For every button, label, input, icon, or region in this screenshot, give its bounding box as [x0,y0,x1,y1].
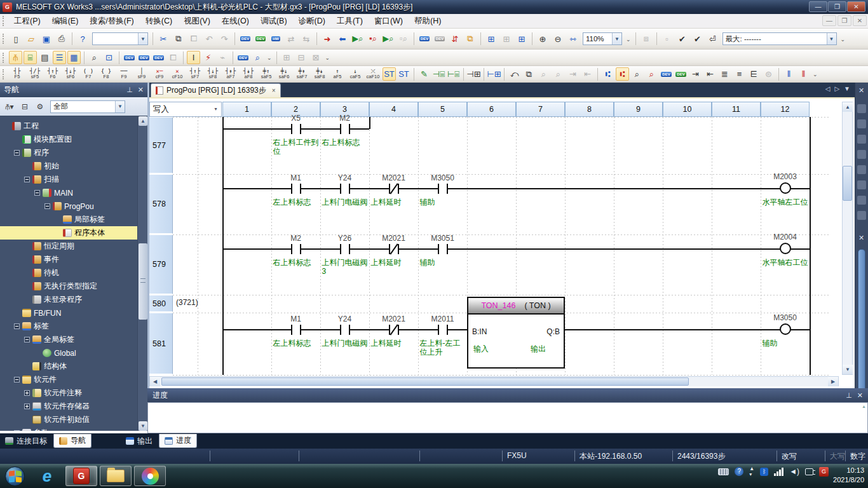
contact-M3051[interactable] [438,244,439,254]
menu-item-9[interactable]: 窗口(W) [369,14,409,29]
findr2-icon[interactable]: ⌕ [552,67,565,81]
sidebar-item-扫描[interactable]: 扫描 [0,173,137,186]
findr1-icon[interactable]: ⌕ [537,67,550,81]
rung-number-581[interactable]: 581 [149,313,173,374]
tab-next-icon[interactable]: ▷ [834,85,839,92]
contact-Y24[interactable] [349,325,350,335]
lightning-icon[interactable]: ⌁ [216,51,229,64]
ladder-symbol-sF9-button[interactable]: │sF9 [133,67,150,81]
expand-icon[interactable] [24,390,30,396]
del-row-icon[interactable]: ⇤ [581,67,594,81]
devbox2-icon[interactable]: ⊢⊞ [487,67,501,81]
pair1-icon[interactable]: ⫴ [782,67,796,81]
ins-row-icon[interactable]: ⇥ [566,67,580,81]
menu-item-3[interactable]: 转换(C) [140,14,178,29]
contact-M2011[interactable] [438,325,439,335]
ladder-symbol-saF5-button[interactable]: ╪↑saF5 [258,67,275,81]
coil-M2003[interactable] [780,182,791,194]
mdi-minimize-button[interactable]: — [822,15,836,26]
new-project-icon[interactable]: ▯ [9,32,23,46]
edit-green-icon[interactable]: ✎ [417,67,431,81]
contact-M2011[interactable] [447,325,448,335]
collapse-icon[interactable] [34,190,40,196]
coil-M3050[interactable] [780,323,791,335]
sidebar-item-待机[interactable]: 待机 [0,266,137,280]
devq2-icon[interactable]: DEV [674,67,688,81]
dock-tab-进度[interactable]: 进度 [159,434,197,448]
collapse-icon[interactable] [14,377,20,383]
window-gray-icon[interactable]: ⧠ [166,51,180,64]
ladder-symbol-saF6-button[interactable]: ╪↓saF6 [276,67,292,81]
scroll-right-icon[interactable]: ▶ [828,377,838,386]
network-signal-icon[interactable] [774,468,783,476]
monitor-start-icon[interactable]: ▶⌕ [351,32,365,46]
ladder-symbol-aF7-button[interactable]: ┤↟├aF7 [222,67,239,81]
find-window-icon[interactable]: ⊡ [102,51,116,64]
contact-M2021[interactable] [398,244,399,254]
contact-M2[interactable] [300,244,301,254]
ladder-symbol-sF7-button[interactable]: ┤↑├sF7 [187,67,203,81]
sidebar-item-ProgPou[interactable]: ProgPou [0,200,137,213]
contact-Y26[interactable] [349,244,350,254]
device-find-icon[interactable]: DEV [123,51,136,64]
open-project-icon[interactable]: ▱ [24,32,38,46]
ladder-symbol-caF10-button[interactable]: ⤬caF10 [365,67,381,81]
menu-item-2[interactable]: 搜索/替换(F) [84,14,139,29]
scroll-thumb[interactable] [843,166,852,201]
ladder-symbol-cF9-button[interactable]: ✕─cF9 [151,67,168,81]
sidebar-item-标签[interactable]: 标签 [0,320,137,333]
check1-icon[interactable]: ✔ [675,32,689,46]
bluetooth-icon[interactable]: ᛒ [760,468,768,476]
menu-item-0[interactable]: 工程(P) [8,14,46,29]
taskbar-explorer-button[interactable] [100,466,132,486]
menu-item-1[interactable]: 编辑(E) [46,14,85,29]
taskbar-clock[interactable]: 10:13 2021/8/20 [833,466,864,485]
chevron-down-icon[interactable]: ▼ [612,33,621,44]
lines1-icon[interactable]: ≣ [718,67,731,81]
monitor-stop-icon[interactable]: ▪⌕ [366,32,380,46]
docs-icon[interactable]: ⧉ [522,67,536,81]
zoom-out-icon[interactable]: ⊖ [551,32,565,46]
sidebar-item-恒定周期[interactable]: 恒定周期 [0,240,137,253]
touch-keyboard-icon[interactable] [718,468,729,475]
collapse-icon[interactable] [14,150,20,156]
combo-search[interactable]: ▼ [92,32,148,45]
tree-display-icon[interactable]: ⫚▾ [3,100,17,114]
ladder-symbol-saF8-button[interactable]: ╪↡saF8 [311,67,328,81]
overflow-chevron-icon[interactable]: ⌄ [841,33,846,46]
watch-stop-icon[interactable]: ▫⌕ [397,32,410,46]
menu-item-10[interactable]: 帮助(H) [409,14,447,29]
collapse-icon[interactable] [14,430,20,431]
zoom-in-icon[interactable]: ⊕ [536,32,550,46]
zoomr2-icon[interactable]: ⌕ [645,67,658,81]
taskbar-ie-button[interactable]: e [31,466,63,486]
ladder-symbol-F8-button[interactable]: { }F8 [98,67,114,81]
undo-gray-icon[interactable]: ⤺ [508,67,521,81]
contact-M3051[interactable] [447,244,448,254]
contact-M2021[interactable] [398,325,399,335]
minimize-button[interactable]: — [809,1,827,12]
gear-icon[interactable]: ⚙ [33,100,47,114]
copy-icon[interactable]: ⧉ [172,32,186,46]
navigation-filter-combo[interactable]: 全部▼ [50,100,125,113]
contact-M2[interactable] [340,124,341,134]
sidebar-item-FB/FUN[interactable]: FB/FUN [0,306,137,320]
device-display-icon[interactable]: DEV [417,32,431,46]
paste-icon[interactable]: ⧠ [187,32,201,46]
sidebar-item-无执行类型指定[interactable]: 无执行类型指定 [0,280,137,293]
menu-item-4[interactable]: 视图(V) [178,14,216,29]
scroll-up-icon[interactable]: ▲ [862,404,866,409]
scroll-down-icon[interactable]: ▼ [843,365,853,374]
pastespecial-icon[interactable]: ⧈ [639,32,653,46]
tray-expand-icon[interactable]: ▲▾ [749,466,754,477]
volume-icon[interactable]: ◄) [789,467,799,476]
scroll-up-icon[interactable]: ▲ [843,102,853,112]
rung-number-578[interactable]: 578 [149,175,173,234]
save-project-icon[interactable]: ▣ [39,32,53,46]
overflow-chevron-icon[interactable]: ⌄ [325,51,330,64]
ladder-symbol-cF10-button[interactable]: ✕cF10 [169,67,186,81]
pin-icon[interactable]: ⊥ [846,391,852,400]
contact-M1[interactable] [300,325,301,335]
align2-icon[interactable]: ⇤ [703,67,717,81]
help-icon[interactable]: ? [76,32,90,46]
